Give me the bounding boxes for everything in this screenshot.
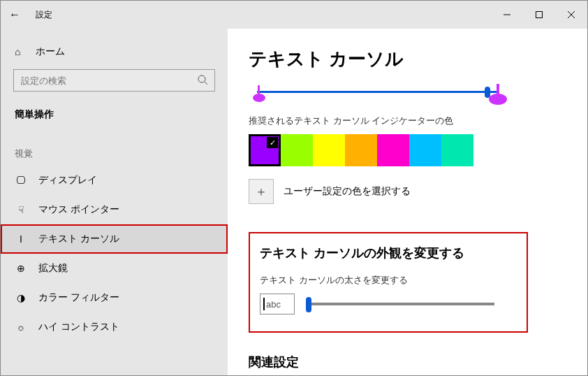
nav-label: マウス ポインター [38, 203, 119, 216]
cursor-preview [263, 298, 265, 310]
indicator-left [253, 94, 265, 102]
nav-label: カラー フィルター [38, 291, 119, 304]
section-title: 簡単操作 [1, 104, 228, 131]
window-controls [491, 1, 587, 29]
custom-color-label: ユーザー設定の色を選択する [284, 185, 411, 198]
close-button[interactable] [555, 1, 587, 29]
checkmark-icon: ✓ [267, 137, 278, 148]
magnifier-icon: ⊕ [15, 263, 27, 274]
display-icon: 🖵 [15, 175, 27, 186]
back-button[interactable]: ← [1, 8, 29, 21]
minimize-button[interactable] [491, 1, 523, 29]
home-nav[interactable]: ⌂ ホーム [1, 38, 228, 65]
nav-label: テキスト カーソル [38, 233, 119, 245]
home-label: ホーム [36, 45, 65, 58]
title-bar: ← 設定 [1, 1, 587, 29]
category-label: 視覚 [1, 131, 228, 166]
nav-color-filter[interactable]: ◑ カラー フィルター [1, 283, 228, 312]
nav-label: 拡大鏡 [38, 262, 68, 275]
sidebar: ⌂ ホーム 簡単操作 視覚 🖵 ディスプレイ ☟ マウス ポインター I テキス… [1, 29, 228, 375]
appearance-heading: テキスト カーソルの外観を変更する [260, 245, 517, 261]
nav-high-contrast[interactable]: ☼ ハイ コントラスト [1, 312, 228, 342]
thickness-preview-box: abc [260, 294, 295, 314]
color-swatch-lime[interactable] [281, 134, 313, 166]
nav-magnifier[interactable]: ⊕ 拡大鏡 [1, 254, 228, 283]
indicator-right [489, 94, 507, 105]
appearance-section: テキスト カーソルの外観を変更する テキスト カーソルの太さを変更する abc [249, 232, 528, 333]
pointer-icon: ☟ [15, 204, 27, 215]
indicator-bar [257, 91, 497, 93]
window-title: 設定 [36, 9, 52, 21]
search-input[interactable] [21, 75, 198, 86]
svg-point-4 [198, 75, 205, 82]
color-swatches: ✓ [249, 134, 566, 166]
nav-display[interactable]: 🖵 ディスプレイ [1, 166, 228, 195]
color-swatch-teal[interactable] [441, 134, 473, 166]
svg-rect-1 [536, 12, 543, 18]
nav-label: ハイ コントラスト [38, 321, 119, 333]
color-swatch-orange[interactable] [345, 134, 377, 166]
thickness-row: abc [260, 294, 517, 314]
search-icon [198, 75, 207, 87]
custom-color-row: ＋ ユーザー設定の色を選択する [249, 179, 566, 204]
nav-text-cursor[interactable]: I テキスト カーソル [1, 224, 228, 254]
plus-icon: ＋ [255, 183, 267, 200]
recommended-colors-label: 推奨されるテキスト カーソル インジケーターの色 [249, 115, 566, 127]
page-title: テキスト カーソル [249, 47, 566, 71]
text-cursor-icon: I [15, 233, 27, 245]
nav-label: ディスプレイ [38, 174, 97, 187]
thickness-slider[interactable] [306, 303, 494, 305]
svg-line-5 [205, 82, 207, 85]
related-heading: 関連設定 [249, 354, 566, 370]
cursor-indicator-preview [249, 81, 507, 110]
nav-mouse-pointer[interactable]: ☟ マウス ポインター [1, 195, 228, 224]
add-custom-color-button[interactable]: ＋ [249, 179, 274, 204]
color-swatch-magenta[interactable] [377, 134, 409, 166]
thickness-preview-text: abc [266, 299, 281, 310]
slider-thumb[interactable] [306, 297, 311, 312]
color-swatch-cyan[interactable] [409, 134, 441, 166]
color-swatch-purple[interactable]: ✓ [249, 134, 281, 166]
home-icon: ⌂ [15, 46, 26, 57]
thickness-label: テキスト カーソルの太さを変更する [260, 274, 517, 287]
main-content: テキスト カーソル 推奨されるテキスト カーソル インジケーターの色 ✓ ＋ ユ… [228, 29, 587, 375]
search-box[interactable] [13, 69, 215, 92]
high-contrast-icon: ☼ [15, 321, 27, 333]
color-swatch-yellow[interactable] [313, 134, 345, 166]
maximize-button[interactable] [523, 1, 555, 29]
color-filter-icon: ◑ [15, 292, 27, 303]
